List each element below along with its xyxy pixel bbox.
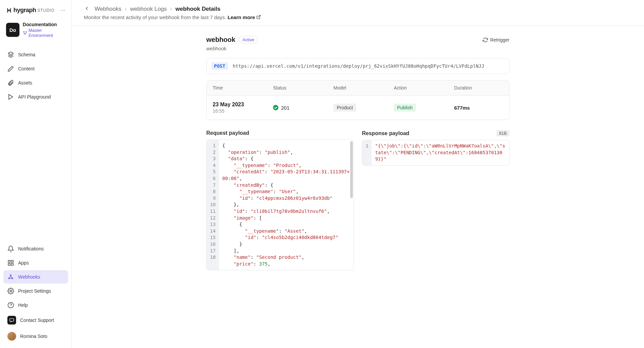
sidebar-item-webhooks[interactable]: Webhooks bbox=[3, 270, 68, 284]
table-header: TimeStatusModelActionDuration bbox=[207, 80, 509, 96]
breadcrumb: Webhooks›webhook Logs›webhook Details bbox=[95, 6, 220, 12]
pencil-icon bbox=[7, 65, 14, 72]
project-name: Documentation bbox=[23, 22, 65, 27]
chevron-right-icon: › bbox=[125, 6, 127, 12]
nav-label: Content bbox=[18, 66, 35, 71]
help-icon bbox=[7, 302, 14, 308]
sidebar-item-contact-support[interactable]: Contact Support bbox=[3, 312, 68, 328]
svg-point-10 bbox=[10, 290, 12, 292]
nav-top: SchemaContentAssetsAPI Playground bbox=[3, 48, 68, 104]
svg-point-7 bbox=[8, 278, 9, 279]
model-tag: Product bbox=[333, 104, 356, 112]
main: Webhooks›webhook Logs›webhook Details Mo… bbox=[72, 0, 644, 348]
breadcrumb-item[interactable]: webhook Logs bbox=[130, 6, 167, 12]
nav-label: Schema bbox=[18, 52, 35, 57]
code-content: "{\"job\":{\"id\":\"aW0nLlVrMpNWaK7oalsA… bbox=[372, 140, 509, 165]
gear-icon bbox=[7, 288, 14, 294]
svg-point-11 bbox=[8, 302, 14, 308]
breadcrumb-item[interactable]: Webhooks bbox=[95, 6, 121, 12]
grid-icon bbox=[7, 259, 14, 266]
learn-more-link[interactable]: Learn more bbox=[228, 14, 261, 20]
status-code: 201 bbox=[281, 105, 289, 111]
nav-label: Notifications bbox=[18, 246, 44, 251]
response-payload-title: Response payload bbox=[362, 130, 409, 136]
content: webhook Active Retrigger webhook POST ht… bbox=[72, 26, 644, 348]
table-row[interactable]: 23 May 2023 16:55 201 Product Publish 67… bbox=[207, 96, 509, 120]
user-name: Romina Soto bbox=[20, 334, 47, 339]
webhook-icon bbox=[7, 274, 14, 280]
nav-label: Help bbox=[18, 302, 28, 308]
sidebar-item-schema[interactable]: Schema bbox=[3, 48, 68, 61]
svg-point-0 bbox=[23, 32, 24, 32]
branch-icon bbox=[23, 31, 27, 35]
line-gutter: 1 bbox=[362, 140, 372, 165]
brand-suffix: STUDIO bbox=[38, 8, 55, 13]
endpoint-box: POST https://api.vercel.com/v1/integrati… bbox=[206, 58, 509, 74]
action-tag: Publish bbox=[394, 104, 416, 112]
table-header-cell: Model bbox=[327, 80, 388, 95]
nav-label: Contact Support bbox=[20, 317, 54, 323]
brand-name: hygraph bbox=[13, 7, 36, 14]
sidebar-item-apps[interactable]: Apps bbox=[3, 256, 68, 270]
page-title: webhook bbox=[206, 36, 235, 44]
refresh-icon bbox=[483, 37, 488, 43]
success-icon bbox=[273, 105, 278, 110]
status-badge: Active bbox=[239, 36, 258, 44]
request-payload-title: Request payload bbox=[206, 130, 249, 136]
sidebar-item-project-settings[interactable]: Project Settings bbox=[3, 284, 68, 298]
sidebar: hygraph STUDIO ⋯ Do Documentation Master… bbox=[0, 0, 72, 348]
row-time: 16:55 bbox=[213, 108, 224, 114]
nav-bottom: NotificationsAppsWebhooksProject Setting… bbox=[3, 242, 68, 344]
svg-point-1 bbox=[26, 32, 26, 32]
back-button[interactable] bbox=[84, 5, 90, 12]
svg-point-8 bbox=[12, 278, 13, 279]
breadcrumb-item: webhook Details bbox=[175, 6, 220, 12]
response-payload-code[interactable]: 1 "{\"job\":{\"id\":\"aW0nLlVrMpNWaK7oal… bbox=[362, 140, 509, 166]
project-switcher[interactable]: Do Documentation Master Environment bbox=[3, 20, 68, 40]
sidebar-item-assets[interactable]: Assets bbox=[3, 76, 68, 90]
response-size: 81B bbox=[496, 130, 509, 136]
retrigger-button[interactable]: Retrigger bbox=[483, 37, 509, 43]
table-header-cell: Status bbox=[267, 80, 327, 95]
sidebar-item-notifications[interactable]: Notifications bbox=[3, 242, 68, 255]
http-method: POST bbox=[211, 62, 228, 70]
layers-icon bbox=[7, 51, 14, 58]
table-header-cell: Action bbox=[388, 80, 448, 95]
scrollbar[interactable] bbox=[350, 141, 353, 198]
avatar bbox=[7, 332, 16, 341]
svg-rect-12 bbox=[10, 318, 14, 321]
log-table: TimeStatusModelActionDuration 23 May 202… bbox=[206, 80, 509, 120]
webhook-subtitle: webhook bbox=[206, 46, 509, 51]
svg-rect-4 bbox=[11, 260, 13, 263]
line-gutter: 123456789101112131415161718 bbox=[207, 140, 219, 270]
request-payload-code[interactable]: 123456789101112131415161718 { "operation… bbox=[206, 139, 354, 270]
sidebar-item-content[interactable]: Content bbox=[3, 62, 68, 75]
svg-rect-5 bbox=[8, 264, 10, 266]
svg-point-9 bbox=[10, 275, 11, 276]
table-header-cell: Time bbox=[207, 80, 267, 95]
row-date: 23 May 2023 bbox=[213, 102, 244, 108]
sidebar-item-help[interactable]: Help bbox=[3, 298, 68, 312]
bell-icon bbox=[7, 245, 14, 252]
duration-value: 677ms bbox=[454, 105, 470, 111]
nav-label: Apps bbox=[18, 260, 29, 266]
chat-icon bbox=[7, 316, 16, 325]
environment-badge[interactable]: Master Environment bbox=[23, 28, 65, 38]
environment-label: Master Environment bbox=[29, 28, 65, 38]
nav-label: Webhooks bbox=[18, 274, 40, 280]
page-subtitle: Monitor the recent activity of your webh… bbox=[84, 14, 632, 20]
retrigger-label: Retrigger bbox=[490, 37, 509, 43]
logo-icon bbox=[6, 7, 12, 13]
play-icon bbox=[7, 94, 14, 100]
external-link-icon bbox=[256, 15, 261, 19]
code-content: { "operation": "publish", "data": { "__t… bbox=[219, 140, 354, 270]
more-icon[interactable]: ⋯ bbox=[61, 8, 65, 13]
paperclip-icon bbox=[7, 79, 14, 86]
nav-label: API Playground bbox=[18, 94, 51, 100]
logo[interactable]: hygraph STUDIO bbox=[6, 7, 55, 14]
table-header-cell: Duration bbox=[448, 80, 509, 95]
endpoint-url: https://api.vercel.com/v1/integrations/d… bbox=[233, 63, 484, 69]
sidebar-item-api-playground[interactable]: API Playground bbox=[3, 90, 68, 104]
sidebar-header: hygraph STUDIO ⋯ bbox=[3, 4, 68, 16]
user-menu[interactable]: Romina Soto bbox=[3, 329, 68, 344]
